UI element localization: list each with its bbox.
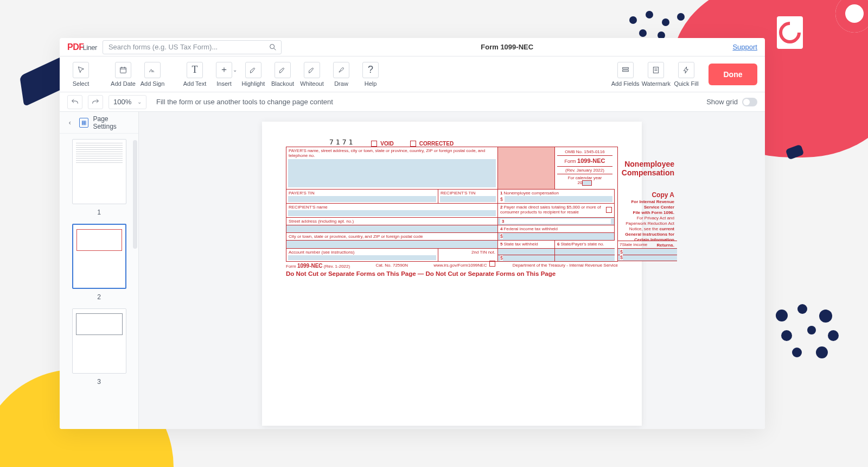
corrected-checkbox[interactable]: CORRECTED xyxy=(410,141,454,147)
thumbnails-sidebar: ‹ ▦ Page Settings 1 2 3 xyxy=(60,112,139,429)
page-number-1: 1 xyxy=(66,209,132,216)
svg-rect-6 xyxy=(622,67,628,69)
search-icon[interactable] xyxy=(269,43,277,54)
svg-rect-7 xyxy=(622,70,628,72)
void-checkbox[interactable]: VOID xyxy=(371,141,393,147)
box-4-input[interactable]: $ xyxy=(498,233,615,241)
svg-line-1 xyxy=(274,48,276,50)
quick-fill-tool[interactable]: Quick Fill xyxy=(673,60,700,89)
whiteout-label: Whiteout xyxy=(300,80,323,87)
payer-address-field[interactable]: PAYER'S name, street address, city or to… xyxy=(286,147,498,190)
add-date-tool[interactable]: Add Date xyxy=(110,60,137,89)
form-1099-nec: 7171 VOID CORRECTED PAYER'S name, street… xyxy=(286,137,618,277)
zoom-select[interactable]: 100% ⌄ xyxy=(108,95,146,109)
page-settings-label[interactable]: Page Settings xyxy=(93,115,133,130)
add-text-tool[interactable]: T Add Text xyxy=(181,60,208,89)
cursor-icon xyxy=(73,62,89,78)
redo-button[interactable] xyxy=(88,95,103,109)
pdf-badge-icon xyxy=(777,16,803,49)
add-sign-tool[interactable]: Add Sign xyxy=(139,60,166,89)
watermark-label: Watermark xyxy=(642,80,671,87)
add-fields-label: Add Fields xyxy=(611,80,640,87)
sidebar-header: ‹ ▦ Page Settings xyxy=(60,112,138,134)
plus-icon: ＋⌄ xyxy=(216,62,232,78)
form-title: NonemployeeCompensation xyxy=(617,158,677,179)
box-4-field[interactable]: 4Federal income tax withheld xyxy=(498,225,615,233)
svg-rect-8 xyxy=(654,67,659,73)
quick-fill-label: Quick Fill xyxy=(674,80,698,87)
app-window: PDFLiner Form 1099-NEC Support Select Ad… xyxy=(60,38,765,429)
second-tin-field[interactable]: 2nd TIN not. xyxy=(438,248,498,261)
support-link[interactable]: Support xyxy=(732,43,757,51)
blackout-tool[interactable]: Blackout xyxy=(269,60,296,89)
show-grid-toggle[interactable]: Show grid xyxy=(706,98,757,106)
page-settings-icon: ▦ xyxy=(79,118,89,128)
question-icon: ? xyxy=(362,62,379,78)
toolbar: Select Add Date Add Sign T Add Text ＋⌄ I… xyxy=(60,56,765,92)
pink-reserved-cell xyxy=(498,147,555,190)
show-grid-label: Show grid xyxy=(706,98,738,106)
page-thumbnail-2[interactable] xyxy=(72,224,126,289)
box-5-field[interactable]: 5State tax withheld xyxy=(498,241,555,248)
subbar-hint: Fill the form or use another tools to ch… xyxy=(156,98,333,106)
logo-liner: Liner xyxy=(83,43,97,52)
draw-tool[interactable]: Draw xyxy=(328,60,355,89)
help-label: Help xyxy=(365,80,377,87)
add-text-label: Add Text xyxy=(183,80,207,87)
thumbnail-list[interactable]: 1 2 3 xyxy=(60,134,138,429)
toggle-switch[interactable] xyxy=(742,98,757,106)
done-button[interactable]: Done xyxy=(709,64,757,85)
collapse-sidebar-button[interactable]: ‹ xyxy=(65,119,75,127)
highlight-tool[interactable]: Highlight xyxy=(240,60,267,89)
document-page[interactable]: 7171 VOID CORRECTED PAYER'S name, street… xyxy=(262,122,642,426)
document-title: Form 1099-NEC xyxy=(287,43,727,51)
chevron-down-icon: ⌄ xyxy=(137,99,142,105)
search-input[interactable] xyxy=(103,40,282,54)
main-area: ‹ ▦ Page Settings 1 2 3 7171 VOID xyxy=(60,112,765,429)
watermark-tool[interactable]: Watermark xyxy=(642,60,671,89)
whiteout-tool[interactable]: Whiteout xyxy=(298,60,326,89)
fields-icon xyxy=(617,62,634,78)
page-thumbnail-3[interactable] xyxy=(72,308,126,374)
box-6-field[interactable]: 6State/Payer's state no. xyxy=(555,241,615,248)
form-code: 7171 xyxy=(329,138,355,147)
city-input[interactable] xyxy=(286,241,498,248)
topbar: PDFLiner Form 1099-NEC Support xyxy=(60,38,765,56)
box-2-field[interactable]: 2Payer made direct sales totaling $5,000… xyxy=(498,204,615,218)
form-id-block: OMB No. 1545-0116 Form 1099-NEC (Rev. Ja… xyxy=(555,147,615,190)
recipients-tin-field[interactable]: RECIPIENT'S TIN xyxy=(438,190,498,204)
box-3-field[interactable]: 3 xyxy=(498,218,615,225)
do-not-cut-banner: Do Not Cut or Separate Forms on This Pag… xyxy=(286,270,618,277)
document-canvas[interactable]: 7171 VOID CORRECTED PAYER'S name, street… xyxy=(139,112,765,429)
page-number-3: 3 xyxy=(66,378,132,386)
add-fields-tool[interactable]: Add Fields xyxy=(611,60,640,89)
street-address-field[interactable]: Street address (including apt. no.) xyxy=(286,218,498,225)
text-icon: T xyxy=(187,62,203,78)
add-date-label: Add Date xyxy=(111,80,136,87)
recipients-name-field[interactable]: RECIPIENT'S name xyxy=(286,204,498,218)
box-6-input[interactable] xyxy=(555,248,615,261)
watermark-icon xyxy=(648,62,664,78)
blackout-icon xyxy=(275,62,291,78)
scrollbar[interactable] xyxy=(133,140,137,249)
zoom-value: 100% xyxy=(113,98,131,106)
payers-tin-field[interactable]: PAYER'S TIN xyxy=(286,190,438,204)
insert-label: Insert xyxy=(216,80,232,87)
year-input[interactable] xyxy=(582,180,592,186)
brand-logo: PDFLiner xyxy=(67,42,97,52)
box-1-field[interactable]: 1Nonemployee compensation$ xyxy=(498,190,615,204)
box-7-field[interactable]: 7State income xyxy=(617,241,677,248)
city-field[interactable]: City or town, state or province, country… xyxy=(286,233,498,241)
lightning-icon xyxy=(678,62,694,78)
search-field-wrap xyxy=(103,40,282,54)
page-thumbnail-1[interactable] xyxy=(72,139,126,204)
highlighter-icon xyxy=(245,62,261,78)
account-number-field[interactable]: Account number (see instructions) xyxy=(286,248,438,261)
select-tool[interactable]: Select xyxy=(67,60,94,89)
street-address-input[interactable] xyxy=(286,225,498,233)
undo-button[interactable] xyxy=(67,95,82,109)
help-tool[interactable]: ? Help xyxy=(357,60,384,89)
box-5-input[interactable]: $$ xyxy=(498,248,555,261)
insert-tool[interactable]: ＋⌄ Insert xyxy=(210,60,238,89)
box-7-input[interactable]: $$ xyxy=(617,248,677,261)
